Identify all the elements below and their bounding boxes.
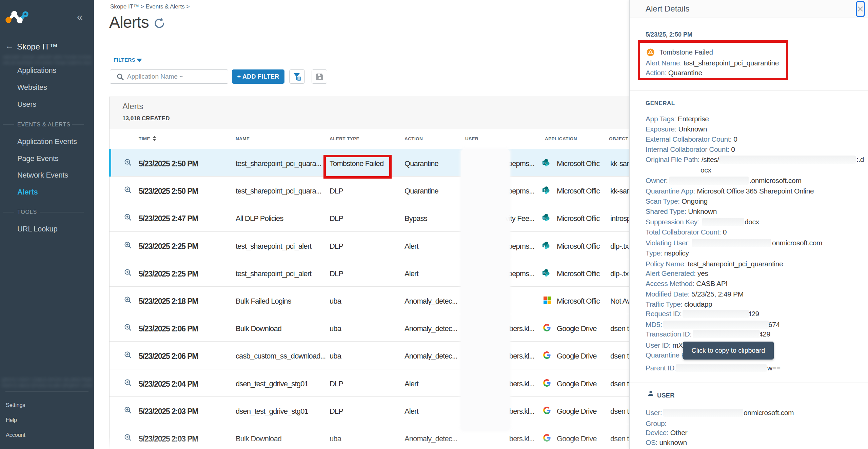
svg-text:S: S	[544, 271, 546, 275]
svg-text:S: S	[544, 161, 546, 165]
svg-text:S: S	[544, 244, 546, 247]
svg-text:S: S	[544, 188, 546, 192]
svg-text:S: S	[544, 216, 546, 220]
